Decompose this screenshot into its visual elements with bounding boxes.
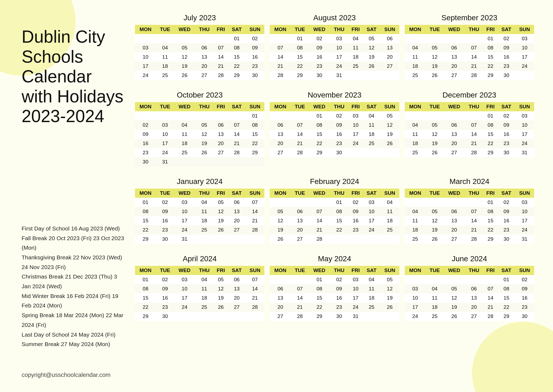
day-cell: 22 (245, 139, 264, 148)
holiday-item: First Day of School 16 Aug 2023 (Wed) (22, 224, 124, 233)
day-cell (380, 234, 399, 244)
day-cell: 26 (426, 71, 444, 80)
day-header: FRI (483, 189, 498, 198)
table-row: 19202122232425 (270, 225, 399, 234)
day-cell: 20 (270, 139, 291, 148)
day-cell (270, 34, 291, 43)
day-cell: 12 (426, 216, 444, 225)
calendar-table: MONTUEWEDTHUFRISATSUN0102030405060708091… (270, 102, 399, 157)
holiday-item: Spring Break 18 Mar 2024 (Mon) 22 Mar 20… (22, 310, 124, 330)
holiday-item: Summer Break 27 May 2024 (Mon) (22, 339, 124, 349)
day-cell: 23 (498, 139, 515, 148)
day-cell: 05 (270, 207, 291, 216)
day-cell: 16 (498, 216, 515, 225)
day-cell: 17 (405, 303, 426, 312)
page-title: Dublin City Schools Calendar with Holida… (22, 27, 124, 126)
day-cell: 09 (135, 130, 156, 139)
day-cell: 15 (309, 130, 330, 139)
day-cell: 29 (135, 312, 156, 321)
day-cell (465, 34, 483, 43)
day-header: FRI (483, 25, 498, 34)
day-cell: 26 (174, 71, 195, 80)
day-cell: 21 (228, 139, 245, 148)
day-header: FRI (348, 25, 363, 34)
day-header: WED (444, 102, 465, 111)
day-cell: 25 (405, 148, 426, 157)
day-cell: 06 (270, 120, 291, 130)
table-row: 04050607080910 (405, 120, 534, 130)
day-cell: 12 (214, 207, 228, 216)
month-title: September 2023 (405, 11, 534, 22)
day-cell: 01 (483, 34, 498, 43)
day-cell (245, 312, 264, 321)
day-cell: 19 (270, 225, 291, 234)
calendar-month: February 2024MONTUEWEDTHUFRISATSUN010203… (267, 175, 402, 244)
day-cell: 03 (174, 275, 195, 284)
day-cell: 25 (426, 312, 444, 321)
day-cell: 29 (483, 234, 498, 244)
day-cell: 13 (270, 293, 291, 303)
day-cell (330, 234, 349, 244)
month-title: May 2024 (270, 252, 399, 263)
day-cell: 12 (195, 130, 214, 139)
calendar-month: July 2023MONTUEWEDTHUFRISATSUN0102030405… (132, 11, 267, 80)
holiday-item: Thanksgiving Break 22 Nov 2023 (Wed) 24 … (22, 253, 124, 272)
day-header: MON (135, 25, 156, 34)
day-header: THU (330, 189, 349, 198)
day-header: SUN (515, 102, 534, 111)
day-cell: 24 (515, 139, 534, 148)
day-header: FRI (483, 266, 498, 275)
day-header: FRI (348, 266, 363, 275)
calendar-month: May 2024MONTUEWEDTHUFRISATSUN01020304050… (267, 252, 402, 321)
day-header: TUE (156, 266, 174, 275)
table-row: 20212223242526 (270, 303, 399, 312)
day-cell: 14 (270, 52, 291, 62)
day-header: SAT (498, 189, 515, 198)
day-cell: 07 (465, 207, 483, 216)
day-cell: 24 (174, 225, 195, 234)
day-cell: 24 (515, 62, 534, 71)
day-cell: 26 (426, 148, 444, 157)
day-cell: 11 (426, 293, 444, 303)
day-cell: 02 (498, 198, 515, 207)
day-cell: 01 (135, 198, 156, 207)
day-cell: 30 (156, 312, 174, 321)
day-header: THU (195, 25, 214, 34)
day-cell: 24 (363, 225, 380, 234)
day-cell: 17 (348, 293, 363, 303)
day-cell: 05 (174, 43, 195, 52)
day-cell: 25 (156, 71, 174, 80)
day-cell: 20 (380, 52, 399, 62)
day-cell: 06 (465, 284, 483, 293)
day-cell: 03 (515, 34, 534, 43)
day-header: THU (465, 102, 483, 111)
day-header: TUE (291, 266, 309, 275)
day-cell: 22 (483, 139, 498, 148)
day-cell (405, 111, 426, 120)
table-row: 03040506070809 (135, 43, 264, 52)
day-header: MON (270, 25, 291, 34)
day-cell: 04 (156, 43, 174, 52)
month-title: March 2024 (405, 175, 534, 186)
day-cell: 04 (174, 120, 195, 130)
day-header: SAT (228, 102, 245, 111)
day-cell (426, 111, 444, 120)
day-cell: 07 (214, 43, 228, 52)
day-cell: 06 (380, 34, 399, 43)
day-cell: 05 (214, 198, 228, 207)
day-cell: 30 (309, 71, 330, 80)
day-header: TUE (156, 189, 174, 198)
day-cell: 28 (270, 71, 291, 80)
day-cell: 12 (214, 284, 228, 293)
day-cell: 12 (444, 293, 465, 303)
month-title: August 2023 (270, 11, 399, 22)
day-cell: 05 (426, 207, 444, 216)
day-cell (174, 312, 195, 321)
day-cell (214, 157, 228, 166)
table-row: 15161718192021 (135, 293, 264, 303)
day-cell: 23 (498, 225, 515, 234)
day-cell (214, 312, 228, 321)
day-cell: 07 (483, 284, 498, 293)
day-cell: 07 (228, 120, 245, 130)
day-cell: 02 (498, 111, 515, 120)
